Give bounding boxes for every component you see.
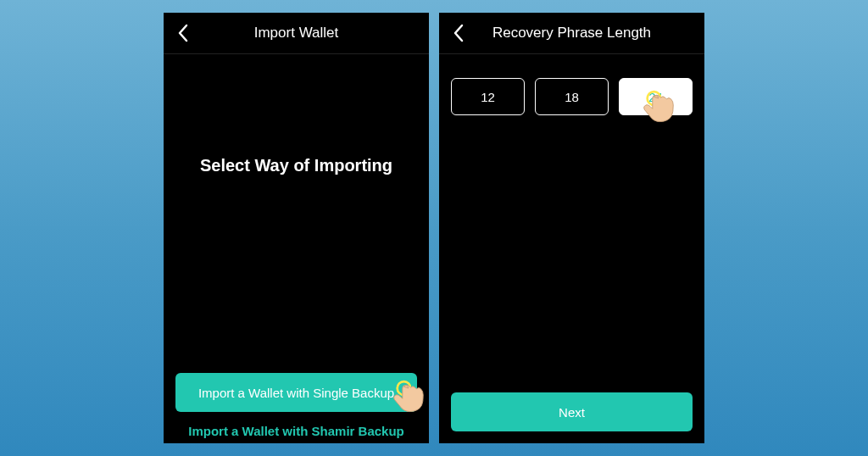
- header: Import Wallet: [164, 13, 429, 54]
- header-title: Import Wallet: [164, 25, 429, 42]
- length-option-24[interactable]: 24: [619, 78, 693, 115]
- next-button[interactable]: Next: [451, 392, 693, 431]
- screen-import-wallet: Import Wallet Select Way of Importing Im…: [164, 13, 429, 443]
- import-prompt: Select Way of Importing: [175, 156, 417, 175]
- length-option-18[interactable]: 18: [535, 78, 609, 115]
- import-single-backup-button[interactable]: Import a Wallet with Single Backup: [175, 373, 417, 412]
- import-shamir-backup-link[interactable]: Import a Wallet with Shamir Backup: [175, 424, 417, 438]
- screen-body: 12 18 24 Next: [439, 54, 704, 443]
- header: Recovery Phrase Length: [439, 13, 704, 54]
- screen-recovery-length: Recovery Phrase Length 12 18 24 Next: [439, 13, 704, 443]
- length-option-12[interactable]: 12: [451, 78, 525, 115]
- length-options: 12 18 24: [451, 78, 693, 115]
- screen-body: Select Way of Importing Import a Wallet …: [164, 54, 429, 443]
- header-title: Recovery Phrase Length: [439, 25, 704, 42]
